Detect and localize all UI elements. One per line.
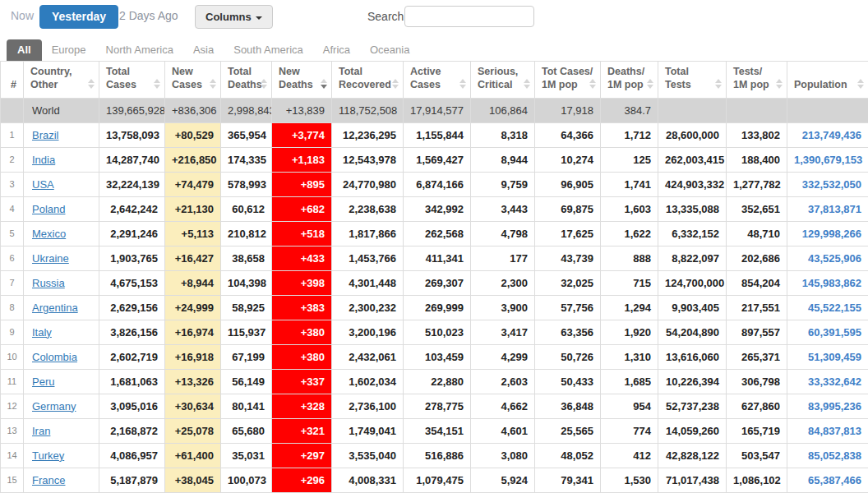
cell-serious-critical: 3,900 [471,295,535,320]
cell-deaths-1m: 1,294 [601,295,658,320]
search-input[interactable] [404,6,534,27]
country-link[interactable]: Brazil [32,129,59,141]
cell-rank: 5 [1,221,24,246]
cell-country: Germany [24,394,99,418]
country-link[interactable]: France [32,474,65,486]
country-link[interactable]: Poland [32,203,65,215]
header-label: TotalCases [106,65,151,92]
tab-europe[interactable]: Europe [42,39,96,61]
cell-deaths-1m: 715 [601,270,658,295]
cell-deaths-1m: 1,530 [601,468,658,492]
cell-total-cases: 2,629,156 [99,295,165,320]
tab-all[interactable]: All [7,39,42,61]
cell-country: Peru [24,369,99,394]
country-link[interactable]: Germany [32,400,76,412]
cell-new-deaths: +398 [272,270,332,295]
cell-total-recovered: 2,432,061 [332,344,404,369]
columns-dropdown-button[interactable]: Columns [195,5,273,29]
cell-total-deaths: 60,612 [221,196,272,221]
country-link[interactable]: Colombia [32,351,77,363]
header-serious-critical[interactable]: Serious,Critical [471,62,535,99]
cell-serious-critical: 8,944 [471,147,535,172]
cell-tot-cases-1m: 96,905 [535,172,601,196]
country-link[interactable]: Mexico [32,228,66,240]
country-link[interactable]: Italy [32,326,52,339]
header-new-cases[interactable]: NewCases [165,62,221,99]
header-total-tests[interactable]: TotalTests [658,62,727,99]
cell-serious-critical: 106,864 [471,98,535,122]
sort-icon [88,79,95,89]
header-deaths-1m[interactable]: Deaths/1M pop [601,62,658,99]
cell-new-deaths: +380 [272,320,332,344]
header-new-deaths[interactable]: NewDeaths [272,62,332,99]
cell-new-cases: +80,529 [165,122,221,147]
cell-active-cases: 342,992 [404,196,471,221]
table-row: 13Iran2,168,872+25,07865,680+3211,749,04… [1,418,868,443]
sort-icon [154,79,160,89]
cell-total-tests: 10,226,394 [658,369,727,394]
cell-rank: 6 [1,246,24,270]
cell-tot-cases-1m: 57,756 [535,295,601,320]
two-days-ago-button[interactable]: 2 Days Ago [119,9,178,22]
country-link[interactable]: Turkey [32,449,64,462]
country-link[interactable]: Argentina [32,302,78,314]
cell-active-cases: 1,155,844 [404,122,471,147]
tab-africa[interactable]: Africa [313,39,360,61]
cell-total-deaths: 65,680 [221,418,272,443]
continent-tabbar: AllEuropeNorth AmericaAsiaSouth AmericaA… [0,39,868,61]
cell-population: 145,983,862 [787,270,868,295]
cell-new-deaths: +297 [272,443,332,468]
country-link[interactable]: Ukraine [32,252,69,265]
yesterday-button[interactable]: Yesterday [39,5,118,29]
tab-oceania[interactable]: Oceania [360,39,419,61]
cell-new-deaths: +682 [272,196,332,221]
cell-new-cases: +836,306 [165,98,221,122]
sort-icon [210,79,216,89]
cell-total-deaths: 80,141 [221,394,272,418]
tab-asia[interactable]: Asia [183,39,224,61]
header-country[interactable]: Country,Other [24,62,99,99]
sort-icon [715,79,722,89]
cell-new-deaths: +3,774 [272,122,332,147]
cell-active-cases: 1,079,475 [404,468,471,492]
cell-tests-1m: 133,802 [727,122,787,147]
country-link[interactable]: Iran [32,425,50,437]
cell-deaths-1m: 125 [601,147,658,172]
cell-total-cases: 2,291,246 [99,221,165,246]
cell-tests-1m: 1,086,102 [727,468,787,492]
header-total-recovered[interactable]: TotalRecovered [332,62,404,99]
country-link[interactable]: Russia [32,277,65,289]
cell-total-deaths: 578,993 [221,172,272,196]
country-link[interactable]: Peru [32,376,54,388]
cell-new-cases: +30,634 [165,394,221,418]
cell-tot-cases-1m: 32,025 [535,270,601,295]
header-tests-1m[interactable]: Tests/1M pop [727,62,787,99]
header-label: TotalDeaths [228,65,258,92]
header-total-cases[interactable]: TotalCases [99,62,165,99]
country-link[interactable]: USA [32,178,54,191]
cell-total-cases: 1,681,063 [99,369,165,394]
cell-tot-cases-1m: 64,366 [535,122,601,147]
country-link[interactable]: India [32,154,55,166]
cell-total-cases: 139,665,928 [99,98,165,122]
cell-rank: 15 [1,468,24,492]
header-population[interactable]: Population [787,62,868,99]
header-total-deaths[interactable]: TotalDeaths [221,62,272,99]
cell-tests-1m: 48,710 [727,221,787,246]
cell-deaths-1m: 888 [601,246,658,270]
cell-rank: 3 [1,172,24,196]
cell-total-recovered: 24,770,980 [332,172,404,196]
table-row: 12Germany3,095,016+30,63480,141+3282,736… [1,394,868,418]
tab-south-america[interactable]: South America [224,39,313,61]
cell-total-cases: 14,287,740 [99,147,165,172]
now-button[interactable]: Now [11,9,34,22]
cell-new-deaths: +321 [272,418,332,443]
tab-north-america[interactable]: North America [96,39,183,61]
cell-serious-critical: 3,443 [471,196,535,221]
cell-tot-cases-1m: 48,052 [535,443,601,468]
header-label: TotalRecovered [339,65,390,92]
cell-tot-cases-1m: 69,875 [535,196,601,221]
header-active-cases[interactable]: ActiveCases [404,62,471,99]
header-tot-cases-1m[interactable]: Tot Cases/1M pop [535,62,601,99]
table-row: 6Ukraine1,903,765+16,42738,658+4331,453,… [1,246,868,270]
